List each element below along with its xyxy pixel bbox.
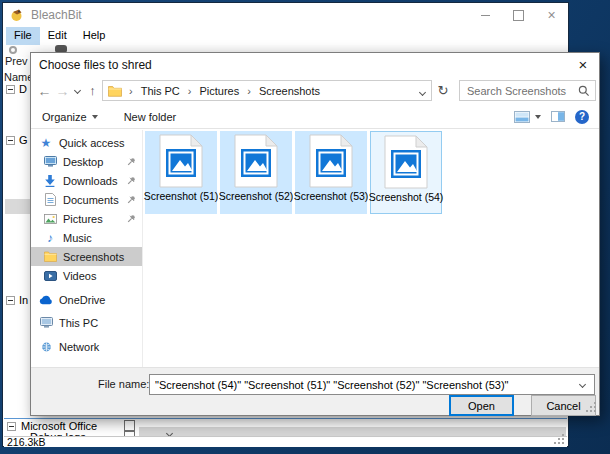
file-tile-screenshot-52[interactable]: Screenshot (52) [220, 131, 292, 214]
open-button-label: Open [468, 400, 495, 412]
address-chevron-icon[interactable] [420, 85, 425, 97]
file-dialog: Choose files to shred › This PC › Pictur… [30, 52, 600, 416]
navigation-bar: › This PC › Pictures › Screenshots [31, 76, 599, 105]
status-size: 216.3kB [7, 436, 46, 448]
file-name-label: Screenshot (53) [294, 190, 369, 202]
sidebar-item-onedrive[interactable]: OneDrive [31, 290, 142, 309]
back-icon[interactable] [35, 83, 54, 99]
file-name-label: Screenshot (54) [369, 191, 444, 203]
sidebar-item-documents[interactable]: Documents [31, 190, 142, 209]
organize-button[interactable]: Organize [42, 111, 98, 123]
breadcrumb-pictures[interactable]: Pictures [198, 85, 240, 97]
navigation-pane: Quick access Desktop Downloads [31, 130, 143, 367]
download-arrow-icon [43, 175, 57, 187]
document-icon [43, 193, 57, 206]
dialog-close-icon[interactable] [567, 53, 599, 76]
organize-label: Organize [42, 111, 87, 123]
refresh-icon[interactable] [434, 83, 452, 98]
breadcrumb-screenshots[interactable]: Screenshots [258, 85, 321, 97]
tree-item-stub[interactable]: G [6, 134, 28, 146]
video-icon [43, 271, 57, 281]
sidebar-item-videos[interactable]: Videos [31, 266, 142, 285]
dropdown-triangle-icon [535, 115, 541, 119]
sidebar-item-music[interactable]: Music [31, 228, 142, 247]
address-bar[interactable]: › This PC › Pictures › Screenshots [102, 80, 432, 101]
collapse-icon[interactable] [7, 422, 16, 431]
menu-help[interactable]: Help [75, 27, 114, 45]
sidebar-item-desktop[interactable]: Desktop [31, 152, 142, 171]
computer-icon [39, 317, 53, 328]
window-title: BleachBit [31, 3, 82, 27]
preview-pane-button[interactable] [551, 111, 565, 122]
sidebar-item-pictures[interactable]: Pictures [31, 209, 142, 228]
file-list: Screenshot (51) Screenshot (52) [143, 130, 599, 367]
minimize-icon[interactable] [469, 3, 502, 27]
sidebar-item-label: Downloads [63, 175, 117, 187]
sidebar-item-quick-access[interactable]: Quick access [31, 133, 142, 152]
file-tile-screenshot-53[interactable]: Screenshot (53) [295, 131, 367, 214]
collapse-icon[interactable] [6, 85, 15, 94]
image-file-icon [384, 135, 428, 189]
tree-item-label: D [19, 83, 27, 95]
sidebar-item-label: Desktop [63, 156, 103, 168]
file-name-combo [149, 374, 595, 395]
resize-grip[interactable] [562, 442, 564, 444]
sidebar-item-label: Documents [63, 194, 119, 206]
up-icon[interactable] [83, 83, 102, 98]
sidebar-item-label: Screenshots [63, 251, 124, 263]
pin-icon [127, 214, 136, 223]
collapse-icon[interactable] [6, 136, 15, 145]
recent-locations-chevron-icon[interactable] [71, 88, 83, 93]
dialog-titlebar: Choose files to shred [31, 53, 599, 76]
file-tile-screenshot-51[interactable]: Screenshot (51) [145, 131, 217, 214]
network-icon [39, 342, 53, 352]
file-name-field-label: File name: [98, 378, 149, 390]
sidebar-item-label: Quick access [59, 137, 124, 149]
sidebar-item-label: Network [59, 341, 99, 353]
image-file-icon [159, 134, 203, 188]
status-bar: 216.3kB [4, 436, 567, 447]
sidebar-item-label: This PC [59, 317, 98, 329]
help-icon[interactable] [575, 110, 589, 124]
cancel-button-label: Cancel [546, 400, 580, 412]
collapse-icon[interactable] [6, 296, 15, 305]
sidebar-item-label: Music [63, 232, 92, 244]
command-bar: Organize New folder [31, 105, 599, 129]
close-icon[interactable] [535, 3, 568, 27]
dialog-title: Choose files to shred [39, 58, 152, 72]
sidebar-item-downloads[interactable]: Downloads [31, 171, 142, 190]
breadcrumb-separator: › [185, 85, 195, 97]
cancel-button[interactable]: Cancel [531, 395, 596, 416]
search-input[interactable] [460, 81, 595, 100]
checkbox[interactable] [124, 420, 135, 431]
menu-bar: File Edit Help [3, 27, 568, 45]
file-name-label: Screenshot (52) [219, 190, 294, 202]
change-view-button[interactable] [514, 111, 541, 123]
sidebar-item-label: Videos [63, 270, 96, 282]
bleachbit-titlebar: BleachBit [3, 3, 568, 27]
treeview-border [4, 418, 567, 419]
sidebar-item-screenshots[interactable]: Screenshots [31, 247, 142, 266]
monitor-icon [43, 156, 57, 167]
tree-item-label: In [19, 294, 28, 306]
breadcrumb-this-pc[interactable]: This PC [140, 85, 181, 97]
star-icon [39, 137, 53, 149]
menu-file[interactable]: File [6, 27, 40, 45]
tree-item-stub[interactable]: D [6, 83, 27, 95]
tree-selected-row [5, 199, 32, 214]
preview-button[interactable]: Prev [5, 55, 28, 67]
tree-item-stub[interactable]: In [6, 294, 28, 306]
open-button[interactable]: Open [449, 395, 514, 416]
maximize-icon[interactable] [502, 3, 535, 27]
file-name-input[interactable] [150, 375, 594, 394]
sidebar-item-this-pc[interactable]: This PC [31, 313, 142, 332]
file-tile-screenshot-54[interactable]: Screenshot (54) [370, 131, 442, 214]
thumbnails-view-icon [514, 111, 530, 123]
resize-grip[interactable] [594, 410, 596, 412]
sidebar-item-network[interactable]: Network [31, 337, 142, 356]
search-icon[interactable] [578, 85, 590, 97]
new-folder-button[interactable]: New folder [124, 111, 177, 123]
preview-icon[interactable] [9, 46, 17, 54]
menu-edit[interactable]: Edit [40, 27, 75, 45]
forward-icon [54, 83, 71, 99]
